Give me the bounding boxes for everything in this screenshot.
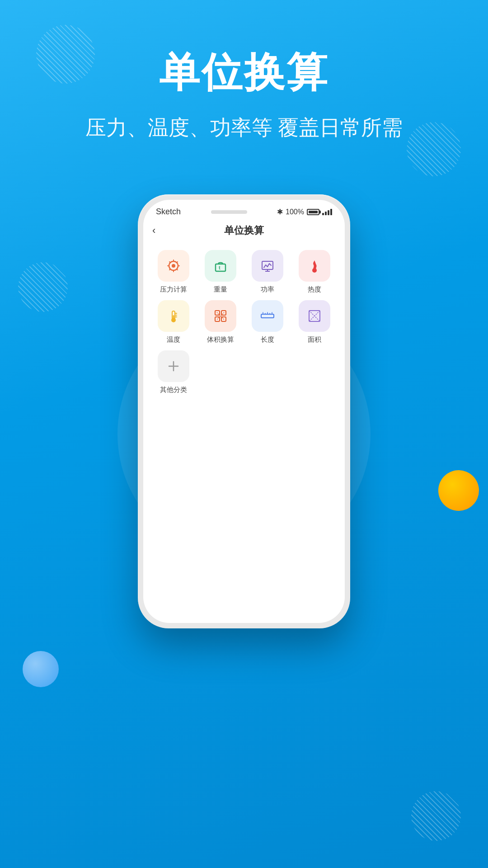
grid-item-power[interactable]: 功率 — [246, 250, 289, 294]
signal-icon — [322, 209, 332, 215]
unit-grid: 压力计算 t 重量 — [152, 250, 336, 394]
volume-label: 体积换算 — [207, 335, 234, 344]
svg-rect-10 — [216, 264, 225, 271]
svg-point-15 — [312, 268, 317, 273]
nav-title: 单位换算 — [224, 224, 264, 237]
area-icon-box — [299, 300, 330, 332]
phone-outer-shell: Sketch ✱ 100% — [138, 194, 350, 628]
svg-text:t: t — [219, 265, 221, 270]
pressure-icon-box — [158, 250, 189, 282]
length-icon-box — [252, 300, 283, 332]
grid-item-heat[interactable]: 热度 — [293, 250, 336, 294]
battery-icon — [307, 209, 319, 215]
weight-icon-box: t — [205, 250, 236, 282]
heat-icon-box — [299, 250, 330, 282]
app-content: 压力计算 t 重量 — [143, 243, 345, 401]
hero-subtitle: 压力、温度、功率等 覆盖日常所需 — [0, 114, 488, 142]
volume-icon-box — [205, 300, 236, 332]
nav-bar: ‹ 单位换算 — [143, 220, 345, 243]
bluetooth-icon: ✱ — [277, 208, 283, 216]
phone-screen: Sketch ✱ 100% — [143, 200, 345, 623]
grid-item-length[interactable]: 长度 — [246, 300, 289, 344]
svg-line-7 — [177, 269, 178, 270]
battery-pct-label: 100% — [286, 208, 304, 216]
temp-label: 温度 — [167, 335, 180, 344]
svg-line-26 — [217, 312, 224, 320]
svg-line-8 — [177, 262, 178, 263]
svg-point-1 — [172, 264, 175, 268]
svg-rect-28 — [261, 314, 274, 318]
svg-point-18 — [171, 318, 176, 322]
temp-icon-box — [158, 300, 189, 332]
length-label: 长度 — [261, 335, 274, 344]
pressure-label: 压力计算 — [160, 285, 187, 294]
status-right: ✱ 100% — [277, 208, 332, 216]
other-icon-box — [158, 350, 189, 382]
weight-label: 重量 — [214, 285, 227, 294]
power-icon-box — [252, 250, 283, 282]
phone-mockup: Sketch ✱ 100% — [138, 194, 350, 628]
deco-circle-green-left — [18, 262, 68, 312]
deco-circle-orange-ball — [438, 470, 479, 511]
carrier-label: Sketch — [156, 207, 181, 217]
area-label: 面积 — [308, 335, 321, 344]
hero-title: 单位换算 — [0, 45, 488, 100]
other-label: 其他分类 — [160, 386, 187, 394]
back-button[interactable]: ‹ — [152, 225, 155, 236]
svg-line-27 — [217, 312, 224, 320]
grid-item-temp[interactable]: 温度 — [152, 300, 195, 344]
notch-indicator — [211, 210, 247, 214]
heat-label: 热度 — [308, 285, 321, 294]
grid-item-volume[interactable]: 体积换算 — [199, 300, 242, 344]
deco-circle-green-bottom-right — [411, 791, 461, 841]
svg-line-9 — [169, 269, 170, 270]
grid-item-pressure[interactable]: 压力计算 — [152, 250, 195, 294]
status-bar: Sketch ✱ 100% — [143, 200, 345, 220]
svg-line-6 — [169, 262, 170, 263]
hero-section: 单位换算 压力、温度、功率等 覆盖日常所需 — [0, 45, 488, 142]
grid-item-weight[interactable]: t 重量 — [199, 250, 242, 294]
deco-circle-blue-ball — [23, 651, 59, 687]
power-label: 功率 — [261, 285, 274, 294]
grid-item-area[interactable]: 面积 — [293, 300, 336, 344]
grid-item-other[interactable]: 其他分类 — [152, 350, 195, 394]
